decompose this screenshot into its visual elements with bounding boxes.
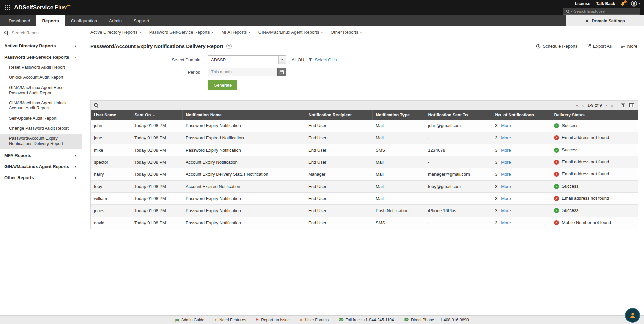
tab-reports[interactable]: Reports [36,15,65,26]
last-page-icon[interactable] [611,103,613,108]
export-as-label: Export As [593,44,612,49]
select-ous-link[interactable]: Select OUs [315,57,337,62]
footer-link[interactable]: Report an Issue [255,318,289,322]
report-nav-menu[interactable]: MFA Reports [221,30,250,35]
tabs: DashboardReportsConfigurationAdminSuppor… [0,15,155,26]
cell-notification-recipient: End User [305,156,372,168]
sidebar-section-mfa-reports[interactable]: MFA Reports [0,150,82,161]
sidebar-item[interactable]: Self-Update Audit Report [0,114,82,124]
more-actions-button[interactable]: More [620,44,637,49]
notification-count: 3 [495,208,497,213]
sidebar-item[interactable]: Reset Password Audit Report [0,63,82,73]
table-search-icon[interactable] [94,103,98,107]
cell-notification-type: Mail [372,120,425,132]
support-chat-widget[interactable] [625,308,640,323]
header-notification-name[interactable]: Notification Name [182,110,305,120]
header-no-of-notifications[interactable]: No. of Notifications [492,110,551,120]
table-row: harry Today 01:08 PM Account Expiry Deli… [91,168,638,180]
tab-support[interactable]: Support [128,15,155,26]
report-nav-label: Password Self-Service Reports [149,30,210,35]
more-link[interactable]: More [501,135,511,140]
clock-icon [536,44,541,49]
more-link[interactable]: More [501,184,511,189]
first-page-icon[interactable] [576,103,579,108]
brand-name: ADSelfService [14,4,53,11]
more-link[interactable]: More [501,123,511,128]
more-link[interactable]: More [501,196,511,201]
header-sent-on[interactable]: Sent On [131,110,182,120]
cell-notification-name: Password Expired Notification [182,132,305,144]
report-nav-menu[interactable]: Other Reports [331,30,362,35]
column-chooser-icon[interactable] [629,103,634,107]
more-link[interactable]: More [501,148,511,153]
table-row: mike Today 01:08 PM Password Expiry Noti… [91,144,638,156]
account-menu[interactable] [631,1,640,7]
calendar-icon[interactable] [277,68,286,76]
more-link[interactable]: More [501,172,511,177]
status-icon [554,123,559,128]
chevron-right-icon [75,165,77,168]
cell-user-name: spector [91,156,131,168]
header-notification-type[interactable]: Notification Type [372,110,425,120]
tab-dashboard[interactable]: Dashboard [3,15,36,26]
report-table-body: john Today 01:08 PM Password Expiry Noti… [91,120,638,229]
help-icon[interactable] [226,44,232,49]
more-link[interactable]: More [501,208,511,213]
header-notification-recipient[interactable]: Notification Recipient [305,110,372,120]
footer-link-label: User Forums [305,318,329,322]
cell-notification-recipient: End User [305,217,372,229]
schedule-reports-button[interactable]: Schedule Reports [536,44,577,49]
header-user-name[interactable]: User Name [91,110,131,120]
header-notification-sent-to[interactable]: Notification Sent To [425,110,492,120]
sidebar-section-gina-mac-linux-agent-reports[interactable]: GINA/Mac/Linux Agent Reports [0,161,82,172]
footer-link[interactable]: User Forums [299,318,329,322]
report-search-input[interactable] [11,30,77,36]
generate-button[interactable]: Generate [208,80,237,90]
sidebar-section-other-reports[interactable]: Other Reports [0,172,82,183]
sidebar-item[interactable]: Unlock Account Audit Report [0,73,82,83]
footer-link[interactable]: Direct Phone : +1-408-916-9890 [404,318,469,322]
cell-delivery-status: Success [551,180,638,192]
schedule-reports-label: Schedule Reports [543,44,577,49]
cell-user-name: david [91,217,131,229]
footer: Admin GuideNeed FeaturesReport an IssueU… [0,315,644,324]
report-nav-menu[interactable]: GINA/Mac/Linux Agent Reports [258,30,323,35]
chevron-down-icon [321,31,323,34]
notification-count: 3 [495,220,497,225]
domain-select[interactable]: ADSSP [208,55,286,64]
tab-configuration[interactable]: Configuration [65,15,103,26]
sidebar: Active Directory Reports Password Self-S… [0,26,82,315]
previous-page-icon[interactable] [582,103,584,108]
status-text: Email address not found [562,135,609,140]
ou-filter-icon[interactable] [308,58,312,62]
export-as-button[interactable]: Export As [586,44,612,49]
next-page-icon[interactable] [606,103,607,108]
domain-settings-button[interactable]: Domain Settings [566,15,644,26]
sidebar-section-active-directory-reports[interactable]: Active Directory Reports [0,40,82,52]
search-scope-caret-icon[interactable] [571,10,572,13]
sidebar-section-password-self-service-reports[interactable]: Password Self-Service Reports [0,52,82,63]
header-delivery-status[interactable]: Delivery Status [551,110,638,120]
sidebar-item[interactable]: Change Password Audit Report [0,124,82,134]
more-link[interactable]: More [501,220,511,225]
sidebar-item[interactable]: Password/Account Expiry Notifications De… [0,134,82,149]
sidebar-item[interactable]: GINA/Mac/Linux Agent Reset Password Audi… [0,83,82,98]
license-link[interactable]: License [575,1,590,6]
apps-grid-icon[interactable] [5,5,10,10]
tab-admin[interactable]: Admin [103,15,128,26]
footer-link[interactable]: Admin Guide [175,318,204,322]
more-link[interactable]: More [501,160,511,165]
footer-link[interactable]: Need Features [214,318,246,322]
footer-link[interactable]: Toll free : +1-844-245-1104 [338,318,394,322]
employee-search-input[interactable] [573,9,638,14]
filter-icon[interactable] [621,103,625,107]
page: ADSelfService Plus License Talk Back [0,0,644,324]
period-input[interactable] [208,68,277,76]
cell-notification-recipient: End User [305,192,372,204]
report-nav-menu[interactable]: Password Self-Service Reports [149,30,213,35]
notifications-bell-icon[interactable] [620,1,625,6]
report-nav-menu[interactable]: Active Directory Reports [90,30,141,35]
talkback-link[interactable]: Talk Back [596,1,615,6]
sidebar-item[interactable]: GINA/Mac/Linux Agent Unlock Account Audi… [0,98,82,114]
search-icon [566,10,569,13]
